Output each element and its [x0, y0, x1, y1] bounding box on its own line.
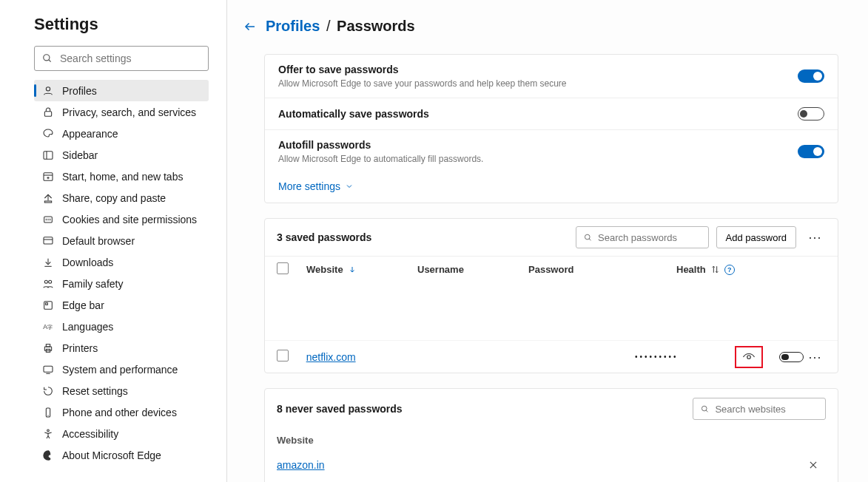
svg-rect-10 — [44, 201, 51, 203]
autofill-title: Autofill passwords — [278, 139, 798, 151]
search-passwords-input[interactable] — [598, 232, 701, 243]
lock-icon — [41, 106, 55, 118]
nav-start-home[interactable]: Start, home, and new tabs — [34, 166, 209, 187]
nav-share[interactable]: Share, copy and paste — [34, 187, 209, 208]
svg-text:字: 字 — [47, 325, 53, 330]
breadcrumb-row: Profiles / Passwords — [243, 18, 838, 35]
accessibility-icon — [41, 428, 55, 440]
svg-rect-3 — [44, 111, 51, 116]
nav-label: Printers — [62, 342, 98, 354]
website-link[interactable]: netflix.com — [306, 351, 356, 363]
table-spacer — [265, 282, 838, 340]
nav-appearance[interactable]: Appearance — [34, 123, 209, 144]
svg-rect-25 — [46, 344, 50, 346]
password-row-netflix: netflix.com ••••••••• ⋯ — [265, 340, 838, 373]
never-column-header: Website — [265, 429, 838, 452]
row-checkbox[interactable] — [277, 350, 289, 362]
search-icon — [584, 233, 592, 242]
breadcrumb-parent[interactable]: Profiles — [266, 18, 320, 34]
saved-more-button[interactable]: ⋯ — [804, 226, 826, 248]
search-websites-input[interactable] — [715, 404, 818, 415]
phone-icon — [41, 407, 55, 418]
nav-label: Share, copy and paste — [62, 192, 166, 204]
nav-label: Accessibility — [62, 428, 118, 440]
breadcrumb-current: Passwords — [337, 18, 415, 34]
share-icon — [41, 192, 55, 204]
more-settings-label: More settings — [278, 180, 340, 192]
autofill-toggle[interactable] — [798, 145, 824, 158]
remove-button[interactable] — [808, 460, 826, 470]
nav-accessibility[interactable]: Accessibility — [34, 423, 209, 444]
select-all-checkbox[interactable] — [277, 262, 289, 274]
info-icon[interactable]: ? — [724, 265, 735, 275]
svg-point-19 — [49, 280, 52, 283]
nav-system[interactable]: System and performance — [34, 359, 209, 380]
sidebar-nav: Profiles Privacy, search, and services A… — [34, 80, 209, 466]
nav-sidebar[interactable]: Sidebar — [34, 144, 209, 166]
nav-label: Default browser — [62, 235, 135, 247]
reveal-password-button[interactable] — [735, 346, 763, 368]
col-password[interactable]: Password — [528, 264, 676, 275]
newtab-icon — [41, 171, 55, 183]
nav-privacy[interactable]: Privacy, search, and services — [34, 101, 209, 123]
nav-cookies[interactable]: Cookies and site permissions — [34, 208, 209, 230]
never-title: 8 never saved passwords — [277, 403, 693, 415]
search-websites-box[interactable] — [693, 398, 826, 420]
password-mask: ••••••••• — [635, 353, 735, 361]
nav-label: Phone and other devices — [62, 407, 177, 418]
nav-label: About Microsoft Edge — [62, 449, 161, 461]
nav-label: Sidebar — [62, 149, 98, 161]
password-settings-card: Offer to save passwords Allow Microsoft … — [264, 54, 838, 203]
profile-icon — [41, 85, 55, 97]
nav-edgebar[interactable]: Edge bar — [34, 294, 209, 316]
more-settings-button[interactable]: More settings — [265, 173, 838, 203]
nav-label: Edge bar — [62, 299, 104, 311]
nav-phone[interactable]: Phone and other devices — [34, 401, 209, 423]
offer-save-row: Offer to save passwords Allow Microsoft … — [265, 55, 838, 98]
col-health[interactable]: Health ? — [676, 264, 735, 275]
search-passwords-box[interactable] — [576, 226, 709, 248]
family-icon — [41, 278, 55, 290]
saved-table-header: Website Username Password Health ? — [265, 256, 838, 282]
col-website[interactable]: Website — [306, 264, 417, 275]
svg-point-31 — [47, 430, 50, 432]
col-username[interactable]: Username — [417, 264, 528, 275]
add-password-button[interactable]: Add password — [716, 226, 796, 248]
edgebar-icon — [41, 299, 55, 311]
nav-profiles[interactable]: Profiles — [34, 80, 209, 101]
nav-default-browser[interactable]: Default browser — [34, 230, 209, 251]
nav-label: Family safety — [62, 278, 123, 290]
svg-line-34 — [589, 238, 591, 240]
row-more-button[interactable]: ⋯ — [804, 346, 826, 368]
never-row-coschedule: coschedule.com — [265, 478, 838, 482]
never-site-link[interactable]: amazon.in — [277, 459, 808, 471]
cookies-icon — [41, 214, 55, 225]
never-saved-card: 8 never saved passwords Website amazon.i… — [264, 388, 838, 482]
svg-rect-4 — [44, 151, 53, 159]
never-header: 8 never saved passwords — [265, 389, 838, 429]
search-icon — [42, 53, 53, 64]
sidebar-icon — [41, 149, 55, 161]
nav-printers[interactable]: Printers — [34, 337, 209, 359]
about-icon — [41, 449, 55, 461]
system-icon — [41, 364, 55, 376]
appearance-icon — [41, 128, 55, 140]
back-button[interactable] — [243, 20, 257, 33]
search-settings-input[interactable] — [60, 52, 201, 64]
browser-icon — [41, 235, 55, 247]
nav-family[interactable]: Family safety — [34, 273, 209, 294]
nav-languages[interactable]: A字 Languages — [34, 316, 209, 337]
nav-label: Cookies and site permissions — [62, 214, 197, 225]
main-content: Profiles / Passwords Offer to save passw… — [227, 0, 868, 482]
nav-about[interactable]: About Microsoft Edge — [34, 444, 209, 466]
svg-point-0 — [44, 55, 50, 61]
breadcrumb-sep: / — [326, 18, 331, 34]
auto-save-toggle[interactable] — [798, 107, 824, 120]
offer-save-toggle[interactable] — [798, 69, 824, 83]
svg-point-2 — [46, 86, 50, 90]
search-settings-box[interactable] — [34, 46, 209, 71]
nav-downloads[interactable]: Downloads — [34, 251, 209, 273]
nav-label: System and performance — [62, 364, 178, 376]
health-meter — [779, 352, 804, 362]
nav-reset[interactable]: Reset settings — [34, 380, 209, 401]
